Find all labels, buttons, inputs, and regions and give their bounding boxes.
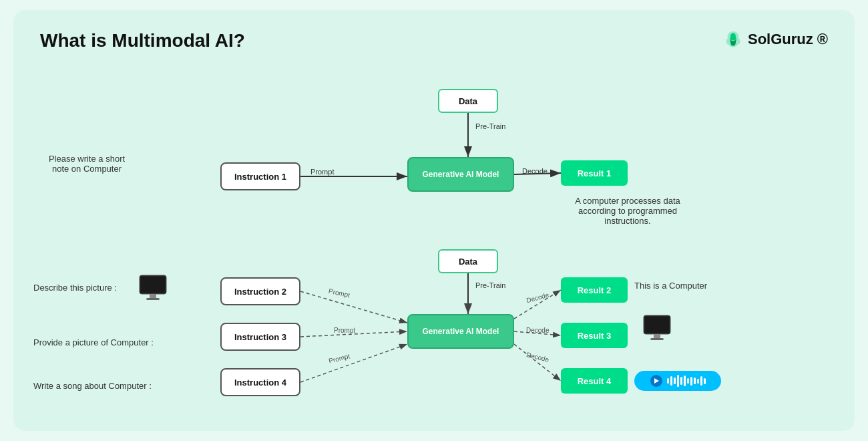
svg-rect-8 (146, 298, 160, 300)
top-prompt-label: Prompt (310, 168, 334, 176)
svg-rect-7 (150, 294, 156, 298)
top-data-box: Data (438, 89, 498, 113)
audio-waveform-result4 (634, 371, 721, 391)
bottom-input3-label: Write a song about Computer : (33, 381, 152, 391)
result1-text: A computer processes data according to p… (561, 196, 694, 226)
logo-text: SolGuruz (748, 31, 813, 48)
bottom-prompt1-label: Prompt (328, 287, 351, 299)
svg-rect-12 (650, 338, 664, 340)
result2-box: Result 2 (561, 277, 628, 303)
top-input-label: Please write a short note on Computer (43, 154, 130, 174)
bottom-data-box: Data (438, 249, 498, 273)
bottom-decode3-label: Decode (525, 351, 550, 363)
result3-box: Result 3 (561, 323, 628, 348)
bottom-arrows (13, 10, 855, 431)
result4-box: Result 4 (561, 368, 628, 394)
svg-rect-6 (141, 277, 165, 293)
bottom-prompt2-label: Prompt (334, 327, 355, 334)
monitor-icon-result3 (641, 314, 673, 346)
svg-rect-10 (645, 317, 669, 333)
svg-line-22 (514, 344, 561, 381)
monitor-icon-input (137, 274, 169, 306)
top-pretrain-label: Pre-Train (475, 122, 505, 130)
logo-trademark: ® (817, 31, 828, 48)
bottom-decode2-label: Decode (526, 327, 549, 334)
page-title: What is Multimodal AI? (40, 30, 828, 51)
bottom-input2-label: Provide a picture of Computer : (33, 337, 154, 347)
bottom-decode1-label: Decode (525, 291, 550, 305)
result1-box: Result 1 (561, 160, 628, 186)
top-ai-box: Generative AI Model (407, 157, 514, 192)
top-decode-label: Decode (522, 167, 548, 175)
instruction1-box: Instruction 1 (220, 162, 300, 190)
instruction4-box: Instruction 4 (220, 368, 300, 396)
logo: SolGuruz® (722, 29, 828, 50)
main-card: What is Multimodal AI? SolGuruz® Please … (13, 10, 855, 431)
bottom-input1-label: Describe this picture : (33, 283, 117, 293)
svg-rect-11 (654, 334, 660, 338)
result2-text: This is a Computer (634, 281, 707, 291)
bottom-ai-box: Generative AI Model (407, 314, 514, 349)
instruction2-box: Instruction 2 (220, 277, 300, 305)
bottom-pretrain-label: Pre-Train (475, 281, 505, 289)
svg-line-17 (300, 291, 407, 323)
svg-line-19 (300, 344, 407, 382)
instruction3-box: Instruction 3 (220, 323, 300, 351)
bottom-prompt3-label: Prompt (328, 352, 351, 364)
